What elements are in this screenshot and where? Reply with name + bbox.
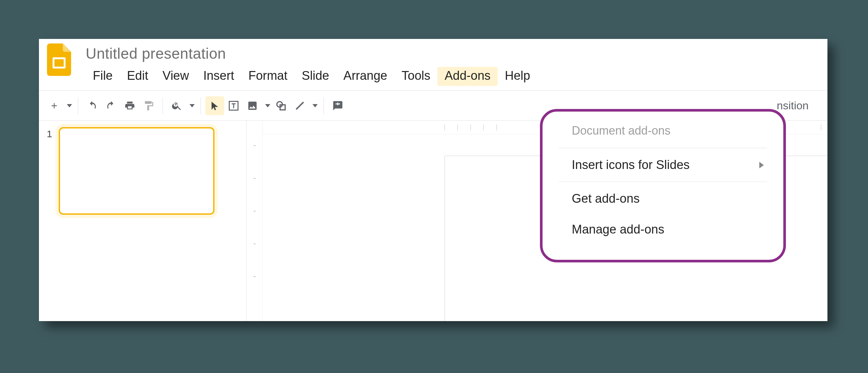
dropdown-item-label: Insert icons for Slides [572, 158, 689, 172]
svg-rect-7 [338, 102, 338, 105]
undo-button[interactable] [83, 96, 101, 115]
menu-file[interactable]: File [86, 67, 120, 86]
new-slide-dropdown[interactable] [64, 96, 73, 115]
menu-help[interactable]: Help [498, 67, 537, 86]
dropdown-section-header: Document add-ons [542, 115, 783, 147]
menu-slide[interactable]: Slide [294, 67, 337, 86]
image-dropdown[interactable] [262, 96, 272, 115]
thumbnail-row: 1 [47, 127, 239, 215]
comment-button[interactable] [329, 96, 347, 115]
shape-button[interactable] [272, 96, 290, 115]
dropdown-item-manage-addons[interactable]: Manage add-ons [542, 214, 783, 245]
text-box-button[interactable] [224, 96, 243, 115]
menu-view[interactable]: View [155, 67, 196, 86]
dropdown-item-label: Manage add-ons [572, 222, 664, 237]
google-slides-window: Untitled presentation File Edit View Ins… [39, 39, 828, 321]
separator [200, 97, 201, 114]
print-button[interactable] [120, 96, 139, 115]
thumbnail-number: 1 [47, 127, 52, 215]
zoom-button[interactable] [167, 96, 186, 115]
menu-bar: File Edit View Insert Format Slide Arran… [86, 67, 537, 86]
dropdown-separator [559, 148, 767, 148]
new-slide-button[interactable] [45, 96, 64, 115]
slide-thumbnail-panel: 1 [39, 121, 247, 321]
submenu-arrow-icon [759, 162, 764, 168]
title-block: Untitled presentation File Edit View Ins… [86, 43, 537, 86]
document-title[interactable]: Untitled presentation [86, 45, 537, 62]
separator [162, 97, 163, 114]
svg-rect-1 [55, 59, 64, 67]
menu-edit[interactable]: Edit [120, 67, 155, 86]
dropdown-item-get-addons[interactable]: Get add-ons [542, 183, 783, 214]
header-bar: Untitled presentation File Edit View Ins… [39, 39, 828, 91]
slide-thumbnail[interactable] [59, 127, 215, 215]
menu-tools[interactable]: Tools [395, 67, 438, 86]
dropdown-item-insert-icons[interactable]: Insert icons for Slides [542, 150, 783, 180]
slides-logo-icon [47, 43, 71, 76]
line-button[interactable] [290, 96, 309, 115]
line-dropdown[interactable] [309, 96, 319, 115]
image-button[interactable] [243, 96, 262, 115]
paint-format-button[interactable] [139, 96, 158, 115]
menu-arrange[interactable]: Arrange [336, 67, 394, 86]
dropdown-item-label: Get add-ons [572, 192, 640, 206]
transition-label-fragment[interactable]: nsition [777, 99, 809, 112]
toolbar-right: nsition [777, 99, 822, 112]
menu-insert[interactable]: Insert [196, 67, 241, 86]
separator [78, 97, 78, 114]
select-tool-button[interactable] [206, 96, 224, 115]
addons-dropdown: Document add-ons Insert icons for Slides… [540, 109, 786, 262]
redo-button[interactable] [101, 96, 120, 115]
vertical-ruler: - - - - - [247, 121, 263, 321]
zoom-dropdown[interactable] [186, 96, 196, 115]
svg-line-4 [296, 102, 304, 109]
menu-addons[interactable]: Add-ons [437, 67, 498, 86]
menu-format[interactable]: Format [241, 67, 294, 86]
separator [323, 97, 324, 114]
dropdown-separator [559, 182, 767, 182]
